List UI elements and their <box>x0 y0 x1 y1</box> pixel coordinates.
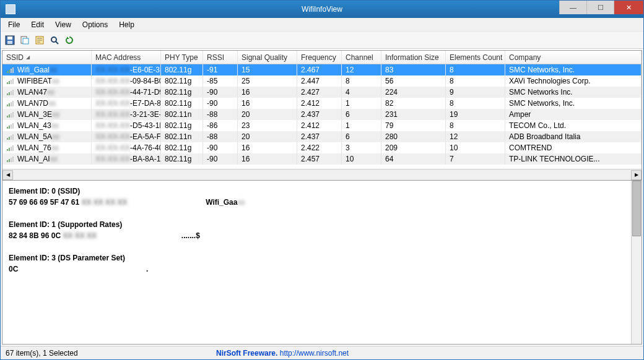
table-row[interactable]: WLAN_76xxXX-XX-XX-4A-76-40802.11g-90162.… <box>2 142 642 153</box>
svg-point-6 <box>51 37 56 42</box>
nirsoft-link[interactable]: http://www.nirsoft.net <box>280 349 349 358</box>
svg-rect-42 <box>11 158 12 162</box>
save-icon[interactable] <box>4 35 15 46</box>
horizontal-scrollbar[interactable]: ◀ ▶ <box>2 169 642 180</box>
grid-area: SSID◢ MAC Address PHY Type RSSI Signal Q… <box>2 51 642 181</box>
svg-rect-23 <box>12 101 14 106</box>
copy-icon[interactable] <box>19 35 30 46</box>
svg-rect-9 <box>9 70 10 73</box>
menubar: File Edit View Options Help <box>1 18 643 32</box>
table-row[interactable]: WIFIBEATxxXX-XX-XX-09-84-B0802.11g-85252… <box>2 75 642 87</box>
svg-rect-26 <box>11 113 12 118</box>
table-row[interactable]: WLAN_5AxxXX-XX-XX-EA-5A-FE802.11n-88202.… <box>2 131 642 142</box>
detail-elem0-hex-blur: XX XX XX XX <box>81 198 127 207</box>
col-comp[interactable]: Company <box>505 51 642 64</box>
col-sig[interactable]: Signal Quality <box>238 51 297 64</box>
svg-rect-43 <box>12 156 14 162</box>
close-button[interactable]: ✕ <box>614 1 643 14</box>
vertical-scrollbar[interactable] <box>631 181 642 344</box>
menu-file[interactable]: File <box>3 19 25 31</box>
col-rssi[interactable]: RSSI <box>203 51 238 64</box>
svg-rect-4 <box>23 38 28 44</box>
menu-edit[interactable]: Edit <box>26 19 49 31</box>
svg-rect-12 <box>7 82 8 84</box>
svg-rect-2 <box>7 41 12 44</box>
menu-options[interactable]: Options <box>77 19 113 31</box>
detail-elem3-ascii: . <box>146 265 148 273</box>
col-chan[interactable]: Channel <box>342 51 381 64</box>
maximize-button[interactable]: ☐ <box>586 1 614 14</box>
svg-rect-21 <box>9 103 10 106</box>
app-window: WifiInfoView — ☐ ✕ File Edit View Option… <box>0 0 644 360</box>
detail-elem1-ascii: .......$ <box>181 231 200 240</box>
col-elem[interactable]: Elements Count <box>446 51 505 64</box>
svg-line-7 <box>56 41 58 44</box>
scroll-left-button[interactable]: ◀ <box>2 170 13 180</box>
svg-rect-17 <box>9 92 10 95</box>
statusbar: 67 item(s), 1 Selected NirSoft Freeware.… <box>1 346 643 359</box>
detail-elem3-hex: 0C <box>9 265 18 273</box>
table-row[interactable]: Wifi_GaalxxXX-XX-XX-E6-0E-3E802.11g-9115… <box>2 64 642 75</box>
svg-rect-35 <box>12 134 14 140</box>
table-row[interactable]: WLAN_AIxxXX-XX-XX-BA-8A-14802.11g-90162.… <box>2 153 642 165</box>
minimize-button[interactable]: — <box>559 1 586 14</box>
status-count: 67 item(s), 1 Selected <box>1 349 211 358</box>
toolbar <box>1 32 643 49</box>
svg-rect-33 <box>9 137 10 140</box>
svg-rect-28 <box>7 127 8 129</box>
col-ssid[interactable]: SSID◢ <box>2 51 92 64</box>
svg-rect-22 <box>11 102 12 106</box>
col-mac[interactable]: MAC Address <box>92 51 161 64</box>
detail-elem1-title: Element ID: 1 (Supported Rates) <box>9 220 122 229</box>
menu-help[interactable]: Help <box>114 19 139 31</box>
svg-rect-25 <box>9 114 10 118</box>
detail-elem1-hex-blur: XX XX XX <box>63 231 97 240</box>
svg-rect-8 <box>7 71 8 73</box>
window-controls: — ☐ ✕ <box>559 1 643 18</box>
svg-rect-19 <box>12 90 14 95</box>
svg-rect-16 <box>7 93 8 95</box>
svg-rect-36 <box>7 149 8 151</box>
svg-rect-15 <box>12 79 14 84</box>
table-row[interactable]: WLAN47xxXX-XX-XX-44-71-D9802.11g-90162.4… <box>2 87 642 98</box>
table-row[interactable]: WLAN_3ExxXX-XX-XX-3-21-3E-...802.11n-882… <box>2 109 642 120</box>
titlebar[interactable]: WifiInfoView — ☐ ✕ <box>1 1 643 18</box>
svg-rect-37 <box>9 148 10 151</box>
detail-elem3-title: Element ID: 3 (DS Parameter Set) <box>9 254 125 262</box>
scroll-right-button[interactable]: ▶ <box>631 170 642 180</box>
svg-rect-24 <box>7 116 8 118</box>
svg-rect-13 <box>9 81 10 84</box>
detail-elem0-hex: 57 69 66 69 5F 47 61 <box>9 198 79 207</box>
svg-rect-31 <box>12 123 14 129</box>
detail-elem0-title: Element ID: 0 (SSID) <box>9 187 80 195</box>
menu-view[interactable]: View <box>50 19 76 31</box>
col-freq[interactable]: Frequency <box>297 51 342 64</box>
app-icon <box>6 4 15 14</box>
table-row[interactable]: WLAN_43xxXX-XX-XX-D5-43-1E802.11g-86232.… <box>2 120 642 131</box>
svg-rect-27 <box>12 112 14 118</box>
window-title: WifiInfoView <box>302 5 342 14</box>
svg-rect-41 <box>9 159 10 162</box>
sort-indicator-icon: ◢ <box>26 54 30 60</box>
svg-rect-1 <box>7 36 12 40</box>
col-info[interactable]: Information Size <box>381 51 446 64</box>
col-phy[interactable]: PHY Type <box>161 51 203 64</box>
detail-elem0-ascii: Wifi_Gaa <box>206 198 237 207</box>
content-area: SSID◢ MAC Address PHY Type RSSI Signal Q… <box>2 50 642 345</box>
svg-rect-30 <box>11 124 12 129</box>
detail-area: Element ID: 0 (SSID) 57 69 66 69 5F 47 6… <box>2 181 642 344</box>
scroll-thumb[interactable] <box>632 181 641 236</box>
find-icon[interactable] <box>49 35 60 46</box>
svg-rect-14 <box>11 80 12 84</box>
svg-rect-40 <box>7 160 8 162</box>
properties-icon[interactable] <box>34 35 45 46</box>
detail-elem1-hex: 82 84 8B 96 0C <box>9 231 61 240</box>
status-brand: NirSoft Freeware. http://www.nirsoft.net <box>211 349 354 358</box>
svg-rect-10 <box>11 69 12 73</box>
grid-rows: Wifi_GaalxxXX-XX-XX-E6-0E-3E802.11g-9115… <box>2 64 642 169</box>
svg-rect-39 <box>12 145 14 151</box>
svg-rect-32 <box>7 138 8 140</box>
refresh-icon[interactable] <box>64 35 75 46</box>
table-row[interactable]: WLAN7DxxXX-XX-XX-E7-DA-86802.11g-90162.4… <box>2 98 642 109</box>
svg-rect-20 <box>7 105 8 106</box>
